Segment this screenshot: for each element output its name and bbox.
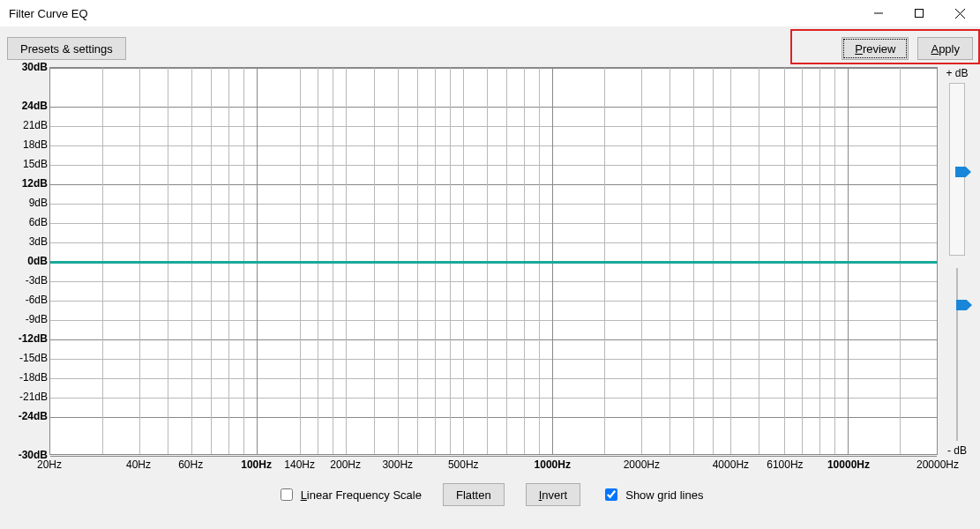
lower-db-slider-thumb[interactable] (956, 300, 972, 310)
flatten-button[interactable]: Flatten (443, 483, 505, 506)
linear-scale-checkbox[interactable]: Linear Frequency Scale (277, 486, 422, 503)
maximize-button[interactable] (899, 0, 939, 26)
x-axis-labels: 20Hz40Hz60Hz100Hz140Hz200Hz300Hz500Hz100… (49, 457, 938, 474)
minus-db-label: - dB (947, 444, 967, 457)
upper-db-slider-thumb[interactable] (955, 167, 971, 177)
invert-button[interactable]: Invert (526, 483, 581, 506)
preview-button[interactable]: Preview (842, 37, 909, 60)
apply-button[interactable]: Apply (917, 37, 973, 60)
presets-settings-button[interactable]: Presets & settings (7, 37, 126, 60)
minimize-button[interactable] (858, 0, 899, 26)
upper-db-slider[interactable] (949, 83, 965, 256)
lower-db-slider[interactable] (949, 268, 965, 441)
window-title: Filter Curve EQ (9, 7, 858, 20)
show-grid-checkbox[interactable]: Show grid lines (602, 486, 703, 503)
close-button[interactable] (939, 0, 980, 26)
eq-chart[interactable] (49, 67, 938, 455)
svg-rect-1 (916, 10, 924, 18)
y-axis-labels: 30dB24dB21dB18dB15dB12dB9dB6dB3dB0dB-3dB… (7, 67, 49, 457)
plus-db-label: + dB (946, 67, 968, 79)
